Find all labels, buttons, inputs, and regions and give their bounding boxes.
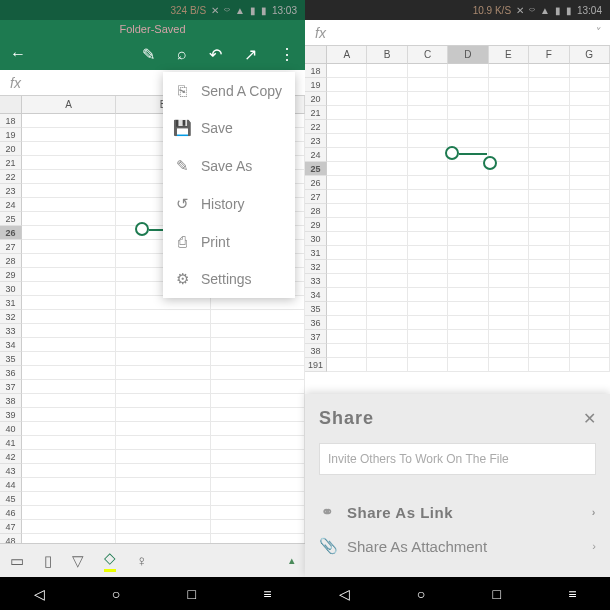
cell[interactable] [489, 204, 529, 218]
nav-recent-icon[interactable]: □ [493, 586, 501, 602]
row-header[interactable]: 28 [0, 254, 22, 268]
cell[interactable] [367, 190, 407, 204]
cell[interactable] [22, 170, 116, 184]
row-header[interactable]: 31 [0, 296, 22, 310]
row-header[interactable]: 37 [305, 330, 327, 344]
row-header[interactable]: 21 [305, 106, 327, 120]
cell[interactable] [22, 380, 116, 394]
cell[interactable] [489, 92, 529, 106]
cell[interactable] [116, 520, 210, 534]
row-header[interactable]: 19 [0, 128, 22, 142]
cell[interactable] [22, 394, 116, 408]
cell[interactable] [408, 106, 448, 120]
cell[interactable] [489, 358, 529, 372]
cell[interactable] [22, 422, 116, 436]
cell[interactable] [367, 106, 407, 120]
cell[interactable] [408, 330, 448, 344]
cell[interactable] [327, 120, 367, 134]
cell[interactable] [211, 352, 305, 366]
cell[interactable] [116, 478, 210, 492]
cell[interactable] [211, 310, 305, 324]
cell[interactable] [116, 506, 210, 520]
cell[interactable] [22, 436, 116, 450]
invite-input[interactable]: Invite Others To Work On The File [319, 443, 596, 475]
cell[interactable] [327, 92, 367, 106]
cell[interactable] [529, 78, 569, 92]
cell[interactable] [408, 232, 448, 246]
row-header[interactable]: 20 [305, 92, 327, 106]
row-header[interactable]: 30 [305, 232, 327, 246]
cell[interactable] [116, 534, 210, 543]
cell[interactable] [327, 106, 367, 120]
cell[interactable] [408, 92, 448, 106]
row-header[interactable]: 33 [0, 324, 22, 338]
overflow-icon[interactable]: ⋮ [279, 45, 295, 64]
cell[interactable] [116, 310, 210, 324]
cell[interactable] [116, 296, 210, 310]
menu-save[interactable]: 💾 Save [163, 109, 295, 147]
row-header[interactable]: 34 [0, 338, 22, 352]
cell[interactable] [529, 288, 569, 302]
cell[interactable] [367, 260, 407, 274]
cell[interactable] [327, 316, 367, 330]
cell[interactable] [367, 64, 407, 78]
row-header[interactable]: 33 [305, 274, 327, 288]
cell[interactable] [327, 134, 367, 148]
cell[interactable] [489, 190, 529, 204]
cell[interactable] [22, 450, 116, 464]
cell[interactable] [408, 344, 448, 358]
cell[interactable] [448, 64, 488, 78]
row-header[interactable]: 32 [0, 310, 22, 324]
col-header[interactable]: A [22, 96, 116, 114]
row-header[interactable]: 39 [0, 408, 22, 422]
cell[interactable] [570, 302, 610, 316]
cell[interactable] [448, 162, 488, 176]
cell[interactable] [327, 344, 367, 358]
cell[interactable] [116, 380, 210, 394]
cell[interactable] [408, 302, 448, 316]
cell[interactable] [367, 274, 407, 288]
cell[interactable] [529, 190, 569, 204]
cell[interactable] [448, 358, 488, 372]
cell[interactable] [408, 120, 448, 134]
row-header[interactable]: 31 [305, 246, 327, 260]
cell[interactable] [211, 450, 305, 464]
cell[interactable] [327, 358, 367, 372]
cell[interactable] [570, 274, 610, 288]
cell[interactable] [367, 302, 407, 316]
row-header[interactable]: 27 [0, 240, 22, 254]
cell[interactable] [211, 464, 305, 478]
cell[interactable] [367, 232, 407, 246]
row-header[interactable]: 32 [305, 260, 327, 274]
search-icon[interactable]: ⌕ [177, 45, 187, 63]
cell[interactable] [448, 232, 488, 246]
cell[interactable] [489, 302, 529, 316]
cell[interactable] [529, 330, 569, 344]
cell[interactable] [367, 330, 407, 344]
cell[interactable] [448, 148, 488, 162]
row-header[interactable]: 43 [0, 464, 22, 478]
row-header[interactable]: 44 [0, 478, 22, 492]
cell[interactable] [22, 282, 116, 296]
cell[interactable] [489, 330, 529, 344]
row-header[interactable]: 25 [0, 212, 22, 226]
menu-history[interactable]: ↺ History [163, 185, 295, 223]
cell[interactable] [408, 358, 448, 372]
cell[interactable] [489, 134, 529, 148]
cell[interactable] [367, 176, 407, 190]
cell[interactable] [570, 246, 610, 260]
cell[interactable] [570, 316, 610, 330]
cell[interactable] [448, 260, 488, 274]
cell[interactable] [211, 324, 305, 338]
cell[interactable] [529, 134, 569, 148]
cell[interactable] [529, 64, 569, 78]
col-header[interactable]: F [529, 46, 569, 64]
cell[interactable] [22, 240, 116, 254]
cell[interactable] [570, 78, 610, 92]
cell[interactable] [570, 120, 610, 134]
cell[interactable] [327, 78, 367, 92]
cell[interactable] [211, 478, 305, 492]
formula-bar[interactable]: fx ˅ [305, 20, 610, 46]
cell[interactable] [22, 156, 116, 170]
cell[interactable] [327, 190, 367, 204]
